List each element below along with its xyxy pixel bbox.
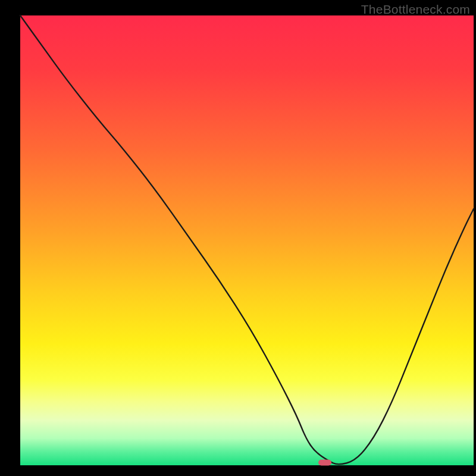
watermark-text: TheBottleneck.com [361, 2, 470, 17]
chart-canvas [0, 0, 476, 476]
bottleneck-chart: TheBottleneck.com [0, 0, 476, 476]
plot-background [20, 15, 474, 465]
optimum-marker [318, 459, 331, 465]
